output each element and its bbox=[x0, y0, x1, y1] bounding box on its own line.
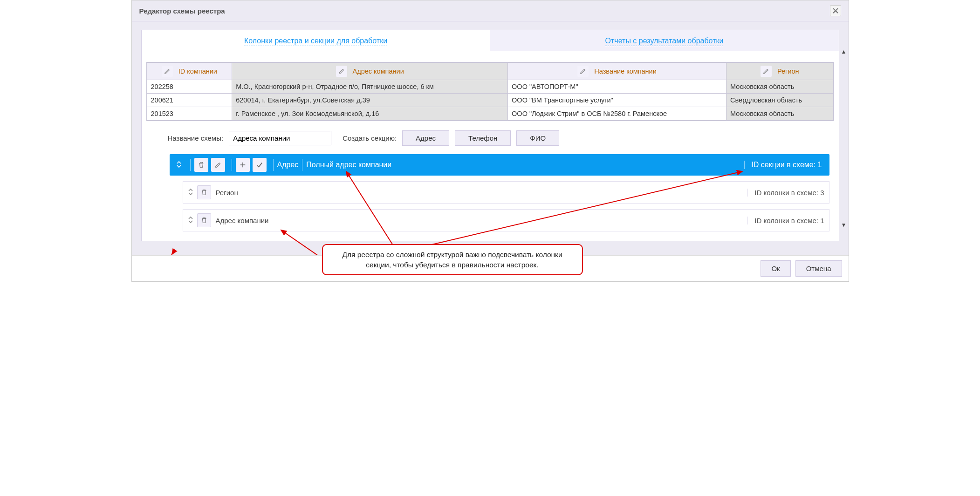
col-header-name-label: Название компании bbox=[594, 68, 657, 75]
table-row: 200621 620014, г. Екатеринбург, ул.Совет… bbox=[147, 94, 834, 107]
pencil-icon bbox=[215, 162, 221, 168]
scheme-name-label: Название схемы: bbox=[168, 134, 224, 142]
dialog-body: ▲ Колонки реестра и секции для обработки… bbox=[132, 21, 849, 255]
sort-icon bbox=[188, 216, 193, 224]
pencil-icon bbox=[164, 68, 171, 75]
cell: Московская область bbox=[726, 80, 834, 94]
sort-icon bbox=[188, 188, 193, 196]
edit-col-id[interactable] bbox=[162, 66, 173, 77]
edit-col-region[interactable] bbox=[761, 66, 772, 77]
pencil-icon bbox=[580, 68, 586, 75]
scheme-form-row: Название схемы: Создать секцию: Адрес Те… bbox=[168, 130, 829, 146]
create-section-address-button[interactable]: Адрес bbox=[402, 130, 449, 146]
cell: ООО "Лоджик Стрим" в ОСБ №2580 г. Раменс… bbox=[508, 107, 726, 121]
close-icon bbox=[832, 7, 839, 14]
ok-button[interactable]: Ок bbox=[761, 260, 790, 277]
section-bar: Адрес Полный адрес компании ID секции в … bbox=[170, 154, 829, 176]
section-edit-button[interactable] bbox=[211, 158, 225, 172]
section-sort-handle[interactable] bbox=[174, 161, 184, 170]
section-column-row: Адрес компании ID колонки в схеме: 1 bbox=[183, 209, 829, 231]
tab-reports[interactable]: Отчеты с результатами обработки bbox=[490, 30, 839, 51]
tab-reports-label: Отчеты с результатами обработки bbox=[605, 37, 724, 46]
column-meta: ID колонки в схеме: 1 bbox=[747, 217, 824, 224]
tab-columns-label: Колонки реестра и секции для обработки bbox=[244, 37, 387, 46]
scroll-down-indicator[interactable]: ▼ bbox=[841, 222, 847, 228]
section-type-label: Адрес bbox=[277, 161, 299, 169]
annotation-text: Для реестра со сложной структурой важно … bbox=[342, 251, 562, 269]
column-delete-button[interactable] bbox=[197, 185, 211, 199]
cell: М.О., Красногорский р-н, Отрадное п/о, П… bbox=[232, 80, 508, 94]
dialog: Редактор схемы реестра ▲ Колонки реестра… bbox=[131, 0, 849, 282]
create-section-fio-button[interactable]: ФИО bbox=[516, 130, 559, 146]
column-name: Адрес компании bbox=[216, 217, 269, 224]
section-add-button[interactable] bbox=[236, 158, 250, 172]
col-header-id[interactable]: ID компании bbox=[147, 62, 232, 80]
sort-icon bbox=[176, 161, 182, 168]
cell: ООО "ВМ Транспортные услуги" bbox=[508, 94, 726, 107]
tabs: Колонки реестра и секции для обработки О… bbox=[142, 30, 839, 51]
col-header-address-label: Адрес компании bbox=[353, 68, 404, 75]
trash-icon bbox=[198, 162, 205, 168]
main-panel: Колонки реестра и секции для обработки О… bbox=[141, 30, 839, 241]
create-section-phone-button[interactable]: Телефон bbox=[455, 130, 511, 146]
col-header-name[interactable]: Название компании bbox=[508, 62, 726, 80]
column-sort-handle[interactable] bbox=[188, 216, 193, 225]
cell: Свердловская область bbox=[726, 94, 834, 107]
dialog-header: Редактор схемы реестра bbox=[132, 0, 849, 21]
cell: 620014, г. Екатеринбург, ул.Советская д.… bbox=[232, 94, 508, 107]
table-row: 201523 г. Раменское , ул. Зои Космодемья… bbox=[147, 107, 834, 121]
dialog-title: Редактор схемы реестра bbox=[139, 7, 225, 15]
column-sort-handle[interactable] bbox=[188, 188, 193, 197]
preview-grid: ID компании Адрес компании bbox=[146, 62, 834, 121]
col-header-id-label: ID компании bbox=[178, 68, 217, 75]
cell: ООО "АВТОПОРТ-М" bbox=[508, 80, 726, 94]
section-highlight-button[interactable] bbox=[253, 158, 267, 172]
scheme-name-input[interactable] bbox=[229, 131, 331, 145]
cancel-button[interactable]: Отмена bbox=[795, 260, 842, 277]
plus-icon bbox=[240, 162, 246, 168]
col-header-region-label: Регион bbox=[777, 68, 799, 75]
column-name: Регион bbox=[216, 189, 238, 197]
cell: Московская область bbox=[726, 107, 834, 121]
edit-col-name[interactable] bbox=[577, 66, 589, 77]
create-section-label: Создать секцию: bbox=[343, 134, 397, 142]
section-id-label: ID секции в схеме: 1 bbox=[744, 161, 824, 169]
scroll-up-indicator[interactable]: ▲ bbox=[841, 48, 847, 55]
table-row: 202258 М.О., Красногорский р-н, Отрадное… bbox=[147, 80, 834, 94]
cell: 200621 bbox=[147, 94, 232, 107]
annotation-callout: Для реестра со сложной структурой важно … bbox=[322, 244, 583, 275]
edit-col-address[interactable] bbox=[336, 66, 347, 77]
column-delete-button[interactable] bbox=[197, 213, 211, 227]
pencil-icon bbox=[763, 68, 769, 75]
column-meta: ID колонки в схеме: 3 bbox=[747, 189, 824, 197]
close-button[interactable] bbox=[830, 5, 841, 16]
cell: 201523 bbox=[147, 107, 232, 121]
col-header-address[interactable]: Адрес компании bbox=[232, 62, 508, 80]
tab-columns[interactable]: Колонки реестра и секции для обработки bbox=[142, 30, 490, 51]
cell: г. Раменское , ул. Зои Космодемьянской, … bbox=[232, 107, 508, 121]
col-header-region[interactable]: Регион bbox=[726, 62, 834, 80]
section-delete-button[interactable] bbox=[194, 158, 208, 172]
trash-icon bbox=[201, 217, 207, 224]
trash-icon bbox=[201, 189, 207, 196]
section-column-row: Регион ID колонки в схеме: 3 bbox=[183, 181, 829, 204]
section-title: Полный адрес компании bbox=[306, 161, 391, 169]
check-icon bbox=[256, 162, 263, 168]
pencil-icon bbox=[338, 68, 345, 75]
cell: 202258 bbox=[147, 80, 232, 94]
